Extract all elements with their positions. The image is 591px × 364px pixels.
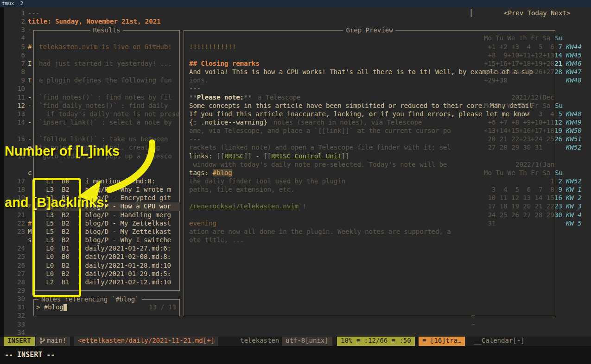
calendar-day[interactable]: 5: [553, 110, 562, 119]
seg-dim: +8 9+10+11+12+13: [484, 51, 554, 59]
calendar-day-number[interactable]: 2: [559, 177, 562, 185]
calendar-day[interactable]: 9: [553, 186, 562, 195]
calendar-day[interactable]: 19: [553, 127, 562, 136]
seg-gray: ]]: [244, 152, 252, 160]
line-number: 27: [8, 270, 25, 279]
empty-line-tilde: ~: [471, 312, 475, 319]
line-number: 3: [8, 26, 25, 35]
calendar-sunday-header: Su: [554, 169, 563, 178]
seg-kw: KW 4: [566, 211, 582, 219]
calendar-next-button[interactable]: Next: [551, 9, 566, 17]
wiki-link: RRISC Control Unit: [271, 152, 342, 160]
text-row: I: [28, 60, 32, 69]
calendar-today-button[interactable]: Today: [527, 9, 547, 17]
calendar-week-number: KW52: [566, 144, 582, 152]
seg-ln: 2: [21, 18, 25, 25]
calendar-day-number[interactable]: 12: [554, 119, 562, 126]
repo-link: /renerocksai/telekasten.nvim: [189, 202, 299, 210]
calendar-day[interactable]: 26: [553, 135, 562, 144]
calendar-day[interactable]: 14: [553, 51, 562, 60]
text-row: the daily finder tool used by the plugin: [189, 177, 345, 186]
text-row: ame, via Telescope, and place a `[[link]…: [189, 127, 451, 136]
calendar-day[interactable]: 2: [553, 177, 562, 186]
calendar-day-number[interactable]: 16: [554, 194, 562, 201]
calendar-day-number[interactable]: 5: [559, 110, 562, 118]
seg-kw: KW 3: [566, 202, 582, 210]
seg-fg: T: [28, 76, 32, 84]
seg-ln: 26: [17, 262, 25, 269]
line-number: 2: [8, 18, 25, 26]
calendar-day-number[interactable]: 7: [559, 43, 562, 50]
seg-dim: 31: [484, 220, 496, 227]
seg-ln: 32: [17, 312, 25, 319]
seg-fg: [81, 253, 85, 260]
seg-dim: `find_notes()` : find notes by fil: [39, 94, 172, 101]
calendar-week-days: +29+30: [484, 76, 508, 85]
seg-dim: ation are now all done in the plugin. We…: [189, 228, 451, 235]
text-row: /renerocksai/telekasten.nvim`!: [189, 202, 306, 211]
seg-fg: {: .notice--warning}: [189, 119, 267, 126]
calendar-day-number[interactable]: 30: [554, 211, 562, 219]
seg-ln: 1: [21, 9, 25, 17]
calendar-day-number[interactable]: 26: [554, 135, 562, 143]
calendar-month-label: 2021/12(Dec: [511, 94, 554, 102]
result-label: daily/2021-02-08.md:8:: [85, 253, 171, 260]
annotation-line-2: and [B]acklinks:: [5, 194, 120, 211]
calendar-day[interactable]: 30: [553, 211, 562, 220]
calendar-day[interactable]: 12: [553, 119, 562, 127]
seg-dim: paths, file extension, etc.: [189, 186, 295, 193]
text-row: ions.: [189, 76, 209, 85]
seg-dim: 2021/12(Dec: [511, 94, 554, 101]
text-row: ~: [471, 320, 475, 329]
seg-fgb: Please note:: [197, 94, 244, 101]
calendar-day-number[interactable]: 21: [554, 60, 562, 67]
calendar-day-number[interactable]: 23: [554, 202, 562, 210]
calendar-day-number[interactable]: 19: [554, 127, 562, 134]
prompt-input[interactable]: > #blog: [36, 303, 67, 312]
seg-ln: 24: [17, 245, 25, 252]
seg-dim: 27 28 29 30 31: [484, 144, 542, 151]
seg-dim: the daily finder tool used by the plugin: [189, 177, 345, 185]
seg-ln: 6: [21, 51, 25, 59]
mode-message: -- INSERT --: [5, 351, 55, 359]
text-row: ---: [189, 85, 201, 94]
seg-kw: KW46: [566, 60, 582, 67]
filename: <ettelkasten/daily/2021-11-21.md[+]: [74, 337, 218, 346]
calendar-prev-button[interactable]: Prev: [508, 9, 523, 17]
calendar-day[interactable]: 7: [553, 43, 562, 52]
line-number: 32: [8, 312, 25, 320]
calendar-sunday-header: Su: [554, 34, 563, 43]
seg-kw: KW48: [566, 110, 582, 118]
calendar-day[interactable]: 21: [553, 60, 562, 69]
calendar-day-number[interactable]: 14: [554, 51, 562, 59]
text-row: ## Closing remarks: [189, 60, 260, 69]
seg-kw: KW 5: [566, 220, 582, 227]
seg-fg: [81, 278, 85, 286]
calendar-week-days: +8 9+10+11+12+13: [484, 51, 554, 60]
calendar-sunday-header: Su: [554, 102, 563, 111]
seg-ln: 25: [17, 253, 25, 260]
calendar-day[interactable]: 23: [553, 202, 562, 211]
calendar-day-number[interactable]: 9: [559, 186, 562, 193]
calendar-day-number[interactable]: 28: [554, 68, 562, 75]
seg-fg: [81, 245, 85, 252]
seg-kw: KW 1: [566, 186, 582, 193]
text-row: #: [28, 43, 32, 52]
seg-ln: 11: [17, 94, 25, 101]
line-number: 34: [8, 329, 25, 337]
command-line: -- INSERT --: [0, 346, 591, 364]
seg-dim: had just started it yesterday! ...: [39, 60, 172, 67]
seg-ln: 34: [17, 329, 25, 336]
calendar-week-number: KW 4: [566, 211, 582, 220]
seg-dim: 1 2 3 4: [484, 110, 554, 118]
tag-match: #blog: [213, 169, 232, 176]
window-separator: │: [469, 9, 473, 17]
seg-dim: notes (search in notes), via Telescope: [273, 119, 422, 126]
seg-fg: -: [252, 152, 263, 160]
calendar-day[interactable]: 28: [553, 68, 562, 77]
seg-yellow: #: [28, 43, 32, 50]
calendar-day[interactable]: 16: [553, 194, 562, 203]
result-label: daily/2021-02-12.md:10: [85, 278, 171, 286]
calendar-week-days: 27 28 29 30 31: [484, 144, 542, 152]
seg-fg: Some concepts in this article have been …: [189, 102, 533, 109]
